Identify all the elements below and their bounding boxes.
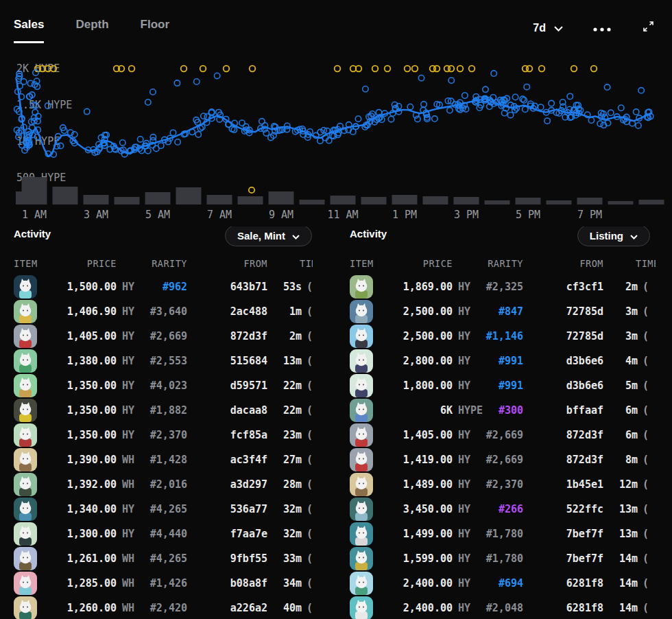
nft-avatar[interactable] bbox=[14, 325, 37, 348]
nft-avatar[interactable] bbox=[14, 522, 37, 546]
table-row[interactable]: 1,380.00 HY #2,553 515684 13m ( bbox=[14, 349, 313, 373]
from-address[interactable]: fcf85a bbox=[187, 429, 267, 441]
table-row[interactable]: 1,340.00 HY #4,265 536a77 32m ( bbox=[14, 497, 313, 522]
nft-avatar[interactable] bbox=[350, 349, 373, 373]
table-row[interactable]: 1,390.00 WH #1,428 ac3f4f 27m ( bbox=[14, 447, 313, 472]
clipped-next-column: ( bbox=[302, 478, 313, 491]
table-row[interactable]: 1,800.00 HY #991 d3b6e6 5m ( bbox=[350, 373, 656, 398]
price-chart-canvas[interactable]: 2K HYPE1.5K HYPE1K HYPE500 HYPE1 AM3 AM5… bbox=[0, 58, 672, 223]
from-address[interactable]: f7aa7e bbox=[187, 528, 267, 540]
from-address[interactable]: bffaaf bbox=[523, 404, 603, 417]
table-row[interactable]: 1,869.00 HY #2,325 cf3cf1 2m ( bbox=[350, 275, 656, 299]
nft-avatar[interactable] bbox=[350, 399, 373, 422]
from-address[interactable]: 872d3f bbox=[187, 330, 267, 342]
nft-avatar[interactable] bbox=[14, 374, 37, 397]
from-address[interactable]: 515684 bbox=[187, 355, 267, 367]
nft-avatar[interactable] bbox=[350, 448, 373, 471]
nft-avatar[interactable] bbox=[14, 300, 37, 323]
nft-avatar[interactable] bbox=[14, 448, 37, 471]
table-row[interactable]: 1,499.00 HY #1,780 7bef7f 13m ( bbox=[350, 522, 656, 546]
tab-depth[interactable]: Depth bbox=[75, 18, 108, 43]
table-row[interactable]: 1,350.00 HY #1,882 dacaa8 22m ( bbox=[14, 398, 313, 423]
from-address[interactable]: 9fbf55 bbox=[187, 552, 267, 565]
from-address[interactable]: cf3cf1 bbox=[523, 281, 603, 293]
nft-avatar[interactable] bbox=[14, 399, 37, 422]
nft-avatar[interactable] bbox=[350, 522, 373, 546]
from-address[interactable]: 6281f8 bbox=[523, 602, 603, 614]
table-row[interactable]: 2,500.00 HY #1,146 72785d 3m ( bbox=[350, 324, 656, 349]
nft-avatar[interactable] bbox=[350, 596, 373, 619]
table-row[interactable]: 1,405.00 HY #2,669 872d3f 2m ( bbox=[14, 324, 313, 349]
from-address[interactable]: 872d3f bbox=[523, 454, 603, 466]
from-address[interactable]: 6281f8 bbox=[523, 577, 603, 589]
table-row[interactable]: 1,350.00 HY #4,023 d59571 22m ( bbox=[14, 373, 313, 398]
nft-avatar[interactable] bbox=[350, 300, 373, 323]
nft-avatar[interactable] bbox=[350, 325, 373, 348]
nft-avatar[interactable] bbox=[350, 374, 373, 397]
from-address[interactable]: 522ffc bbox=[523, 503, 603, 515]
price-value: 1,340.00 bbox=[37, 503, 117, 515]
nft-avatar[interactable] bbox=[350, 547, 373, 570]
price-currency: HY bbox=[453, 330, 484, 342]
nft-avatar[interactable] bbox=[14, 572, 37, 595]
nft-avatar[interactable] bbox=[14, 473, 37, 496]
from-address[interactable]: d59571 bbox=[187, 379, 267, 392]
from-address[interactable]: 7bef7f bbox=[523, 528, 603, 540]
table-row[interactable]: 1,500.00 HY #962 643b71 53s ( bbox=[14, 275, 313, 299]
from-address[interactable]: dacaa8 bbox=[187, 404, 267, 417]
table-row[interactable]: 1,261.00 WH #4,265 9fbf55 33m ( bbox=[14, 546, 313, 571]
nft-avatar[interactable] bbox=[350, 498, 373, 521]
table-row[interactable]: 1,260.00 WH #2,420 a226a2 40m ( bbox=[14, 596, 313, 619]
table-row[interactable]: 2,400.00 HY #2,048 6281f8 14m ( bbox=[350, 596, 656, 619]
nft-avatar[interactable] bbox=[14, 596, 37, 619]
table-row[interactable]: 1,350.00 HY #2,370 fcf85a 23m ( bbox=[14, 423, 313, 447]
expand-button[interactable] bbox=[643, 21, 654, 35]
from-address[interactable]: a226a2 bbox=[187, 602, 267, 614]
from-address[interactable]: 1b45e1 bbox=[523, 478, 603, 491]
from-address[interactable]: 72785d bbox=[523, 305, 603, 318]
nft-avatar[interactable] bbox=[14, 498, 37, 521]
activity-filter-sale-mint[interactable]: Sale, Mint bbox=[225, 226, 312, 246]
from-address[interactable]: 536a77 bbox=[187, 503, 267, 515]
from-address[interactable]: 872d3f bbox=[523, 429, 603, 441]
table-row[interactable]: 1,406.90 HY #3,640 2ac488 1m ( bbox=[14, 299, 313, 324]
table-row[interactable]: 3,450.00 HY #266 522ffc 13m ( bbox=[350, 497, 656, 522]
table-row[interactable]: 1,599.00 HY #1,780 7bef7f 14m ( bbox=[350, 546, 656, 571]
time-ago: 13m bbox=[267, 355, 302, 367]
nft-avatar[interactable] bbox=[350, 572, 373, 595]
table-row[interactable]: 1,419.00 HY #2,669 872d3f 8m ( bbox=[350, 447, 656, 472]
table-row[interactable]: 1,405.00 HY #2,669 872d3f 6m ( bbox=[350, 423, 656, 447]
nft-avatar[interactable] bbox=[14, 349, 37, 373]
price-currency: WH bbox=[117, 478, 148, 491]
tab-sales[interactable]: Sales bbox=[14, 18, 44, 43]
table-row[interactable]: 2,400.00 HY #694 6281f8 14m ( bbox=[350, 571, 656, 596]
from-address[interactable]: d3b6e6 bbox=[523, 379, 603, 392]
tab-floor[interactable]: Floor bbox=[141, 18, 170, 43]
activity-filter-listing[interactable]: Listing bbox=[577, 226, 650, 246]
nft-avatar[interactable] bbox=[350, 275, 373, 299]
table-row[interactable]: 2,500.00 HY #847 72785d 3m ( bbox=[350, 299, 656, 324]
time-range-dropdown[interactable]: 7d bbox=[533, 22, 563, 34]
from-address[interactable]: 72785d bbox=[523, 330, 603, 342]
table-row[interactable]: 6K HYPE #300 bffaaf 6m ( bbox=[350, 398, 656, 423]
table-row[interactable]: 1,300.00 HY #4,440 f7aa7e 32m ( bbox=[14, 522, 313, 546]
from-address[interactable]: b08a8f bbox=[187, 577, 267, 589]
price-chart[interactable]: 2K HYPE1.5K HYPE1K HYPE500 HYPE1 AM3 AM5… bbox=[0, 58, 672, 223]
more-options-button[interactable] bbox=[593, 22, 612, 34]
table-row[interactable]: 2,800.00 HY #991 d3b6e6 4m ( bbox=[350, 349, 656, 373]
from-address[interactable]: 643b71 bbox=[187, 281, 267, 293]
from-address[interactable]: d3b6e6 bbox=[523, 355, 603, 367]
nft-avatar[interactable] bbox=[14, 423, 37, 447]
from-address[interactable]: 2ac488 bbox=[187, 305, 267, 318]
nft-avatar[interactable] bbox=[350, 423, 373, 447]
nft-avatar[interactable] bbox=[350, 473, 373, 496]
table-row[interactable]: 1,392.00 WH #2,016 a3d297 28m ( bbox=[14, 472, 313, 497]
nft-avatar[interactable] bbox=[14, 547, 37, 570]
table-row[interactable]: 1,489.00 HY #2,370 1b45e1 12m ( bbox=[350, 472, 656, 497]
price-currency: HY bbox=[453, 503, 484, 515]
from-address[interactable]: ac3f4f bbox=[187, 454, 267, 466]
nft-avatar[interactable] bbox=[14, 275, 37, 299]
from-address[interactable]: a3d297 bbox=[187, 478, 267, 491]
table-row[interactable]: 1,285.00 WH #1,426 b08a8f 34m ( bbox=[14, 571, 313, 596]
from-address[interactable]: 7bef7f bbox=[523, 552, 603, 565]
